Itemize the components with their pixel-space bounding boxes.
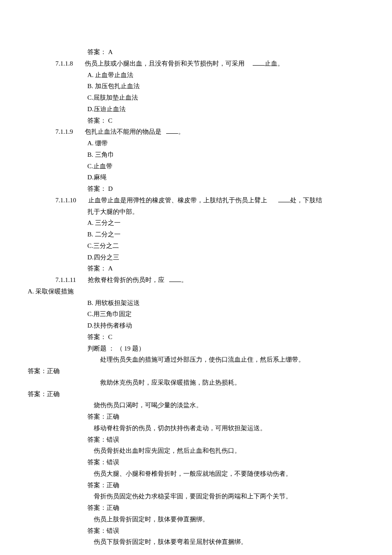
tf-answer: 答案：正确: [87, 411, 366, 422]
option-b: B. 二分之一: [87, 229, 366, 240]
question-number: 7.1.1.8: [55, 58, 73, 69]
document-page: 答案： A 7.1.1.8 伤员上肢或小腿出血，且没有骨折和关节损伤时，可采用 …: [0, 0, 392, 555]
question-number: 7.1.1.11: [55, 275, 76, 285]
stem-text: 止血。: [265, 60, 284, 67]
stem-text: 处，下肢结: [290, 197, 322, 204]
question-stem: 7.1.1.10 止血带止血是用弹性的橡皮管、橡皮带，上肢结扎于伤员上臂上 处，…: [55, 195, 366, 206]
tf-answer: 答案：正确: [87, 503, 366, 513]
question-stem: 7.1.1.11 抢救脊柱骨折的伤员时，应 。: [55, 275, 366, 285]
stem-text: 。: [178, 128, 184, 135]
option-a: A. 三分之一: [87, 218, 366, 228]
question-number: 7.1.1.9: [55, 127, 73, 137]
tf-question: 救助休克伤员时，应采取保暖措施，防止热损耗。: [87, 377, 366, 388]
question-stem: 7.1.1.9 包扎止血法不能用的物品是 。: [55, 127, 366, 137]
option-a: A. 止血带止血法: [87, 70, 366, 81]
fill-blank: [278, 196, 290, 202]
option-c: C.屈肢加垫止血法: [87, 92, 366, 103]
answer-text: 答案： D: [87, 184, 366, 194]
answer-text: 答案： C: [87, 115, 366, 126]
fill-blank: [169, 276, 181, 282]
tf-answer: 答案：正确: [28, 389, 366, 400]
option-c: C.用三角巾固定: [87, 309, 366, 319]
answer-text: 答案： A: [87, 263, 366, 274]
option-d: D.扶持伤者移动: [87, 320, 366, 331]
tf-answer: 答案：正确: [28, 366, 366, 377]
tf-question: 烧伤伤员口渴时，可喝少量的淡盐水。: [87, 400, 366, 411]
option-d: D.压迫止血法: [87, 104, 366, 115]
stem-text: 。: [181, 276, 187, 283]
fill-blank: [253, 59, 265, 66]
option-d: D.四分之三: [87, 252, 366, 263]
option-b: B. 加压包扎止血法: [87, 81, 366, 92]
option-c: C.止血带: [87, 161, 366, 172]
option-a: A. 绷带: [87, 138, 366, 149]
option-d: D.麻绳: [87, 172, 366, 183]
tf-question: 伤员骨折处出血时应先固定，然后止血和包扎伤口。: [87, 446, 366, 456]
tf-question: 骨折伤员固定伤处力求稳妥牢固，要固定骨折的两端和上下两个关节。: [87, 491, 366, 502]
option-b: B. 三角巾: [87, 150, 366, 160]
tf-answer: 答案：错误: [87, 526, 366, 536]
tf-answer: 答案：错误: [87, 457, 366, 468]
tf-question: 伤员上肢骨折固定时，肢体要伸直捆绑。: [87, 514, 366, 525]
tf-question: 伤员下肢骨折固定时，肢体要弯着呈屈肘状伸直捆绑。: [87, 537, 366, 547]
tf-question: 移动脊柱骨折的伤员，切勿扶持伤者走动，可用软担架运送。: [87, 423, 366, 434]
stem-text: 伤员上肢或小腿出血，且没有骨折和关节损伤时，可采用: [85, 60, 245, 67]
stem-text: 抢救脊柱骨折的伤员时，应: [88, 276, 164, 283]
option-a: A. 采取保暖措施: [28, 286, 366, 297]
answer-text: 答案： A: [87, 47, 366, 58]
tf-answer: 答案：错误: [87, 434, 366, 445]
stem-text: 包扎止血法不能用的物品是: [85, 128, 161, 135]
option-b: B. 用软板担架运送: [87, 298, 366, 308]
answer-text: 答案： C: [87, 332, 366, 342]
tf-question: 伤员大腿、小腿和脊椎骨折时，一般应就地固定，不要随便移动伤者。: [87, 469, 366, 479]
section-header: 判断题 ： （ 19 题）: [87, 343, 366, 354]
tf-question: 处理伤员失血的措施可通过外部压力，使伤口流血止住，然后系上绷带。: [87, 354, 366, 365]
tf-answer: 答案：正确: [87, 480, 366, 491]
question-stem: 7.1.1.8 伤员上肢或小腿出血，且没有骨折和关节损伤时，可采用 止血。: [55, 58, 366, 69]
stem-continuation: 扎于大腿的中部。: [87, 207, 366, 217]
fill-blank: [166, 128, 178, 134]
stem-text: 止血带止血是用弹性的橡皮管、橡皮带，上肢结扎于伤员上臂上: [88, 197, 267, 204]
question-number: 7.1.1.10: [55, 195, 76, 206]
option-c: C.三分之二: [87, 241, 366, 251]
